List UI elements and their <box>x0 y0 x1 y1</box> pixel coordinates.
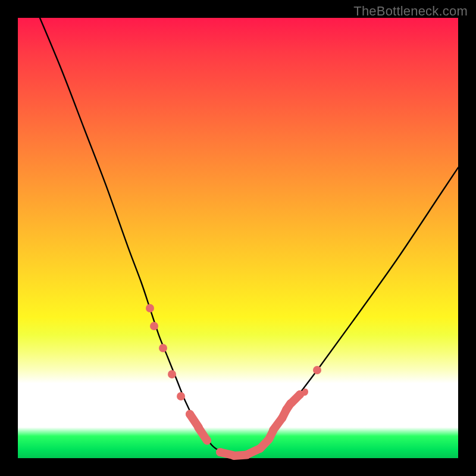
marker-dot <box>186 410 194 418</box>
plot-area <box>18 18 458 458</box>
watermark-text: TheBottleneck.com <box>353 4 468 19</box>
marker-blob <box>302 389 308 396</box>
bottleneck-curve <box>40 18 458 456</box>
curve-svg <box>18 18 458 458</box>
